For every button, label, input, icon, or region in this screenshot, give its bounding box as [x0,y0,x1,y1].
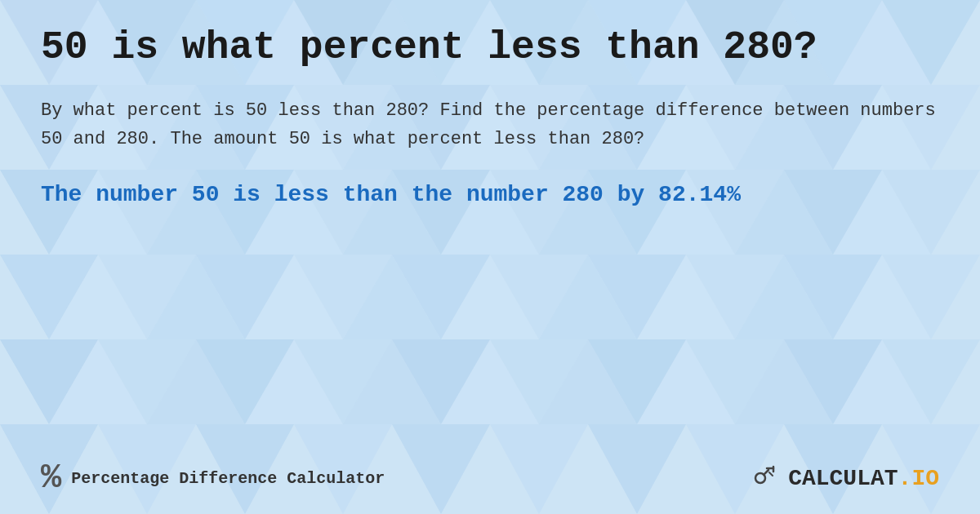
page-title: 50 is what percent less than 280? [41,24,939,72]
svg-line-110 [769,472,773,476]
footer-right: CALCULAT.IO [752,460,939,496]
brand-name: CALCULAT.IO [788,466,939,491]
result-text: The number 50 is less than the number 28… [41,178,939,212]
footer-left: % Percentage Difference Calculator [41,459,385,498]
brand-highlight: .IO [898,466,939,491]
description-text: By what percent is 50 less than 280? Fin… [41,96,939,153]
svg-line-107 [764,470,768,475]
calculator-icon [752,460,782,496]
percent-icon: % [41,459,61,498]
footer: % Percentage Difference Calculator CALCU… [41,459,939,498]
main-content: 50 is what percent less than 280? By wha… [0,0,980,261]
footer-label: Percentage Difference Calculator [71,469,385,488]
